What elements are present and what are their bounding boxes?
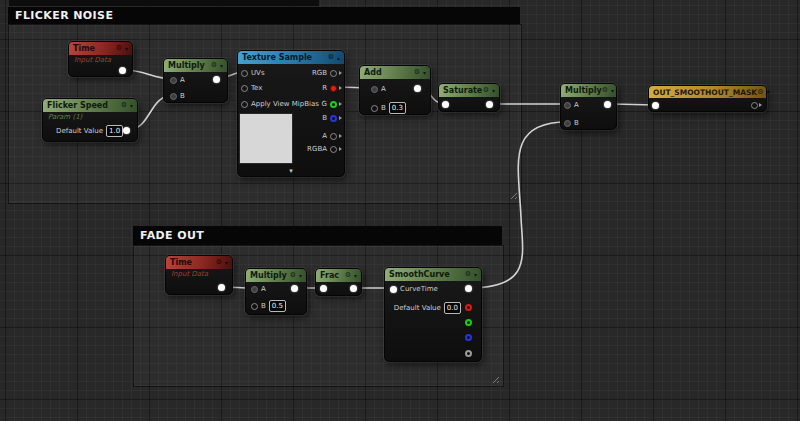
chevron-up-icon[interactable]: ▴ (337, 55, 340, 61)
node-header[interactable]: SmoothCurve ⚙▾ (385, 268, 481, 281)
output-pin-g[interactable] (330, 101, 337, 108)
output-pin[interactable] (465, 285, 472, 292)
output-pin-r[interactable] (330, 85, 337, 92)
output-pin[interactable] (213, 76, 220, 83)
node-time[interactable]: Time ⚙▾ Input Data (68, 41, 133, 77)
chevron-down-icon[interactable]: ▾ (423, 70, 426, 76)
node-flicker-speed[interactable]: Flicker Speed ⚙▾ Param (1) Default Value… (42, 98, 138, 142)
output-pin[interactable] (291, 285, 298, 292)
chevron-down-icon[interactable]: ▾ (492, 88, 495, 94)
output-pin[interactable] (414, 85, 421, 92)
node-expander-chevron[interactable]: ▾ (238, 168, 344, 175)
gear-icon[interactable]: ⚙ (121, 102, 127, 109)
gear-icon[interactable]: ⚙ (757, 89, 763, 96)
node-header[interactable]: Multiply ⚙▾ (164, 59, 227, 72)
pin-label: A (180, 77, 185, 84)
gear-icon[interactable]: ⚙ (328, 54, 334, 61)
output-pin-b[interactable] (330, 115, 337, 122)
gear-icon[interactable]: ⚙ (483, 87, 489, 94)
input-pin-a[interactable] (371, 86, 378, 93)
pin-b-value-input[interactable]: 0.3 (389, 102, 406, 114)
input-pin-a[interactable] (251, 286, 258, 293)
output-pin-b[interactable] (465, 334, 472, 341)
chevron-down-icon[interactable]: ▾ (299, 273, 302, 279)
node-multiply[interactable]: Multiply ⚙▾ A B (163, 58, 228, 103)
chevron-down-icon[interactable]: ▾ (125, 46, 128, 52)
chevron-down-icon[interactable]: ▾ (474, 272, 477, 278)
node-header[interactable]: Multiply ⚙▾ (246, 269, 306, 282)
input-pin[interactable] (652, 102, 659, 109)
node-header[interactable]: Frac ⚙▾ (316, 269, 361, 282)
input-pin-b[interactable] (251, 303, 258, 310)
node-header[interactable]: Time ⚙▾ (69, 42, 132, 55)
node-time[interactable]: Time ⚙▾ Input Data (165, 255, 233, 295)
output-pin[interactable] (218, 284, 225, 291)
input-pin-a[interactable] (170, 77, 177, 84)
node-saturate[interactable]: Saturate ⚙▾ (438, 83, 500, 112)
input-pin-b[interactable] (564, 120, 571, 127)
gear-icon[interactable]: ⚙ (211, 62, 217, 69)
default-value-label: Default Value (394, 305, 441, 312)
output-pin[interactable] (119, 67, 126, 74)
node-multiply[interactable]: Multiply ⚙▾ A B (560, 83, 617, 130)
default-value-input[interactable]: 0.0 (444, 302, 461, 314)
node-title: Flicker Speed (47, 101, 108, 110)
node-header[interactable]: Saturate ⚙▾ (439, 84, 499, 97)
node-header[interactable]: Multiply ⚙▾ (561, 84, 616, 97)
node-subtitle: Input Data (166, 269, 232, 279)
chevron-down-icon[interactable]: ▾ (611, 88, 614, 94)
node-frac[interactable]: Frac ⚙▾ (315, 268, 362, 296)
partial-comment-bar[interactable] (9, 0, 319, 6)
output-pin-a[interactable] (330, 133, 337, 140)
output-pin-rgb[interactable] (330, 70, 337, 77)
comment-flicker-noise-titlebar[interactable]: FLICKER NOISE (8, 7, 520, 24)
pin-arrow-icon (339, 86, 342, 90)
node-texture-sample[interactable]: Texture Sample ⚙▴ UVs Tex Apply View Mip… (237, 50, 345, 177)
input-pin[interactable] (320, 285, 327, 292)
comment-fade-out-titlebar[interactable]: FADE OUT (133, 226, 502, 245)
chevron-down-icon[interactable]: ▾ (130, 103, 133, 109)
pin-b-value-input[interactable]: 0.5 (269, 300, 286, 312)
pin-label: A (261, 286, 266, 293)
output-pin[interactable] (751, 102, 758, 109)
gear-icon[interactable]: ⚙ (414, 69, 420, 76)
texture-preview[interactable] (239, 113, 293, 164)
output-pin-rgba[interactable] (330, 146, 337, 153)
input-pin-curvetime[interactable] (390, 286, 397, 293)
gear-icon[interactable]: ⚙ (216, 259, 222, 266)
chevron-down-icon[interactable]: ▾ (220, 63, 223, 69)
node-add[interactable]: Add ⚙▾ A B 0.3 (359, 65, 431, 115)
pin-label: A (574, 102, 579, 109)
output-pin[interactable] (350, 285, 357, 292)
node-header[interactable]: Time ⚙▾ (166, 256, 232, 269)
input-pin-a[interactable] (564, 102, 571, 109)
node-out-smoothout-mask[interactable]: OUT_SMOOTHOUT_MASK ⚙▾ (648, 85, 767, 112)
gear-icon[interactable]: ⚙ (116, 45, 122, 52)
node-header[interactable]: Add ⚙▾ (360, 66, 430, 79)
chevron-down-icon[interactable]: ▾ (766, 89, 769, 95)
node-smoothcurve[interactable]: SmoothCurve ⚙▾ CurveTime Default Value 0… (384, 267, 482, 362)
output-pin[interactable] (123, 127, 130, 134)
node-title: SmoothCurve (389, 270, 450, 279)
node-multiply[interactable]: Multiply ⚙▾ A B 0.5 (245, 268, 307, 315)
node-header[interactable]: Flicker Speed ⚙▾ (43, 99, 137, 112)
material-graph-canvas[interactable]: { "icons": { "gear": "⚙", "chevron_down"… (0, 0, 800, 421)
gear-icon[interactable]: ⚙ (290, 272, 296, 279)
gear-icon[interactable]: ⚙ (602, 87, 608, 94)
output-pin-r[interactable] (465, 304, 472, 311)
output-pin[interactable] (604, 101, 611, 108)
input-pin-b[interactable] (170, 93, 177, 100)
output-pin-g[interactable] (465, 319, 472, 326)
chevron-down-icon[interactable]: ▾ (354, 273, 357, 279)
input-pin[interactable] (442, 101, 449, 108)
gear-icon[interactable]: ⚙ (465, 271, 471, 278)
node-header[interactable]: OUT_SMOOTHOUT_MASK ⚙▾ (649, 86, 766, 98)
gear-icon[interactable]: ⚙ (345, 272, 351, 279)
input-pin-b[interactable] (371, 105, 378, 112)
output-pin[interactable] (486, 101, 493, 108)
comment-title: FADE OUT (140, 229, 204, 242)
node-header[interactable]: Texture Sample ⚙▴ (238, 51, 344, 64)
chevron-down-icon[interactable]: ▾ (225, 260, 228, 266)
default-value-input[interactable]: 1.0 (106, 125, 123, 137)
output-pin-a[interactable] (465, 350, 472, 357)
